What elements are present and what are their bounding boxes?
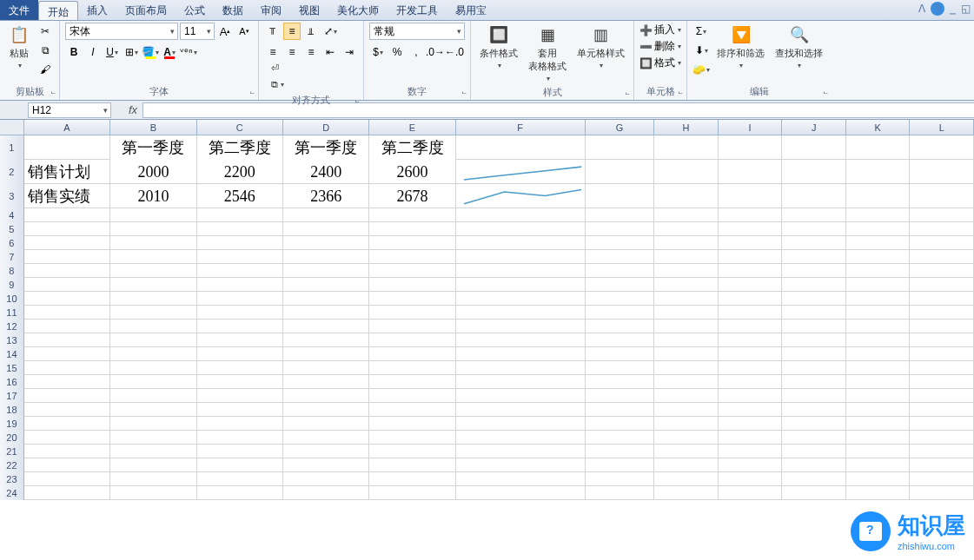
cell-C14[interactable] bbox=[197, 347, 283, 361]
cell-D4[interactable] bbox=[283, 208, 369, 222]
cell-H1[interactable] bbox=[654, 135, 719, 160]
find-select-button[interactable]: 🔍 查找和选择▾ bbox=[772, 23, 826, 71]
cell-E12[interactable] bbox=[369, 320, 455, 333]
row-header-7[interactable]: 7 bbox=[0, 250, 24, 264]
cell-J19[interactable] bbox=[782, 417, 846, 431]
currency-icon[interactable]: $▾ bbox=[369, 43, 387, 61]
cell-J15[interactable] bbox=[782, 361, 846, 375]
cell-L12[interactable] bbox=[910, 320, 974, 333]
cell-E22[interactable] bbox=[369, 458, 455, 472]
cell-C6[interactable] bbox=[197, 236, 283, 250]
row-header-6[interactable]: 6 bbox=[0, 236, 24, 250]
cell-B20[interactable] bbox=[110, 431, 196, 445]
cell-E13[interactable] bbox=[369, 333, 455, 347]
cell-L15[interactable] bbox=[910, 361, 974, 375]
cell-A9[interactable] bbox=[24, 278, 110, 292]
orientation-icon[interactable]: ⤢▾ bbox=[321, 23, 339, 40]
cell-J10[interactable] bbox=[782, 292, 846, 306]
cell-G11[interactable] bbox=[586, 306, 655, 320]
cell-K16[interactable] bbox=[846, 375, 911, 389]
cell-E4[interactable] bbox=[369, 208, 455, 222]
decrease-font-icon[interactable]: A▾ bbox=[235, 23, 253, 40]
cell-A19[interactable] bbox=[24, 417, 110, 431]
cell-B22[interactable] bbox=[110, 458, 196, 472]
cell-K12[interactable] bbox=[846, 320, 911, 333]
cell-L1[interactable] bbox=[910, 135, 974, 160]
cell-H8[interactable] bbox=[654, 264, 719, 278]
row-header-5[interactable]: 5 bbox=[0, 222, 24, 236]
cell-E8[interactable] bbox=[369, 264, 455, 278]
font-color-icon[interactable]: A▾ bbox=[161, 43, 178, 61]
row-header-21[interactable]: 21 bbox=[0, 445, 24, 458]
cell-C22[interactable] bbox=[197, 458, 283, 472]
cell-L18[interactable] bbox=[910, 403, 974, 417]
cell-L21[interactable] bbox=[910, 445, 974, 458]
cell-D12[interactable] bbox=[283, 320, 369, 333]
cell-C21[interactable] bbox=[197, 445, 283, 458]
cell-A8[interactable] bbox=[24, 264, 110, 278]
cell-J6[interactable] bbox=[782, 236, 846, 250]
indent-inc-icon[interactable]: ⇥ bbox=[341, 43, 358, 61]
cell-L24[interactable] bbox=[910, 486, 974, 500]
font-name-combo[interactable]: 宋体 bbox=[65, 23, 178, 40]
cell-C4[interactable] bbox=[197, 208, 283, 222]
cell-I20[interactable] bbox=[719, 431, 783, 445]
cell-H12[interactable] bbox=[654, 320, 719, 333]
cell-C20[interactable] bbox=[197, 431, 283, 445]
row-header-19[interactable]: 19 bbox=[0, 417, 24, 431]
cell-B4[interactable] bbox=[110, 208, 196, 222]
cell-K21[interactable] bbox=[846, 445, 911, 458]
cell-C11[interactable] bbox=[197, 306, 283, 320]
cell-F19[interactable] bbox=[456, 417, 586, 431]
cell-I4[interactable] bbox=[719, 208, 783, 222]
cell-I18[interactable] bbox=[719, 403, 783, 417]
cell-A10[interactable] bbox=[24, 292, 110, 306]
cell-D5[interactable] bbox=[283, 222, 369, 236]
cell-D7[interactable] bbox=[283, 250, 369, 264]
align-left-icon[interactable]: ≡ bbox=[264, 43, 282, 61]
cell-I13[interactable] bbox=[719, 333, 783, 347]
cell-K1[interactable] bbox=[846, 135, 911, 160]
cell-I14[interactable] bbox=[719, 347, 783, 361]
cell-H3[interactable] bbox=[654, 184, 719, 208]
cell-F15[interactable] bbox=[456, 361, 586, 375]
cell-H16[interactable] bbox=[654, 375, 719, 389]
cell-F6[interactable] bbox=[456, 236, 586, 250]
cell-J22[interactable] bbox=[782, 458, 846, 472]
cell-L20[interactable] bbox=[910, 431, 974, 445]
cell-H22[interactable] bbox=[654, 458, 719, 472]
cell-H10[interactable] bbox=[654, 292, 719, 306]
cell-H2[interactable] bbox=[654, 160, 719, 184]
cell-G1[interactable] bbox=[586, 135, 655, 160]
cell-L22[interactable] bbox=[910, 458, 974, 472]
align-center-icon[interactable]: ≡ bbox=[283, 43, 301, 61]
cell-K15[interactable] bbox=[846, 361, 911, 375]
row-header-13[interactable]: 13 bbox=[0, 333, 24, 347]
phonetic-icon[interactable]: ᵛᵉⁿ▾ bbox=[180, 43, 197, 61]
cell-L8[interactable] bbox=[910, 264, 974, 278]
cell-K23[interactable] bbox=[846, 472, 911, 486]
cell-F9[interactable] bbox=[456, 278, 586, 292]
cell-A21[interactable] bbox=[24, 445, 110, 458]
cell-H6[interactable] bbox=[654, 236, 719, 250]
cell-K20[interactable] bbox=[846, 431, 911, 445]
sort-filter-button[interactable]: 🔽 排序和筛选▾ bbox=[713, 23, 768, 71]
cell-A24[interactable] bbox=[24, 486, 110, 500]
cell-C2[interactable]: 2200 bbox=[197, 160, 283, 184]
align-bottom-icon[interactable]: ⫫ bbox=[302, 23, 320, 40]
align-right-icon[interactable]: ≡ bbox=[302, 43, 320, 61]
cell-I5[interactable] bbox=[719, 222, 783, 236]
tab-layout[interactable]: 页面布局 bbox=[116, 0, 176, 20]
cell-D15[interactable] bbox=[283, 361, 369, 375]
tab-home[interactable]: 开始 bbox=[38, 1, 78, 20]
cell-C24[interactable] bbox=[197, 486, 283, 500]
cell-E7[interactable] bbox=[369, 250, 455, 264]
row-header-16[interactable]: 16 bbox=[0, 375, 24, 389]
row-header-4[interactable]: 4 bbox=[0, 208, 24, 222]
cell-H17[interactable] bbox=[654, 389, 719, 403]
cell-J23[interactable] bbox=[782, 472, 846, 486]
autosum-icon[interactable]: Σ▾ bbox=[692, 23, 710, 40]
cell-H13[interactable] bbox=[654, 333, 719, 347]
cell-H15[interactable] bbox=[654, 361, 719, 375]
cell-K2[interactable] bbox=[846, 160, 911, 184]
